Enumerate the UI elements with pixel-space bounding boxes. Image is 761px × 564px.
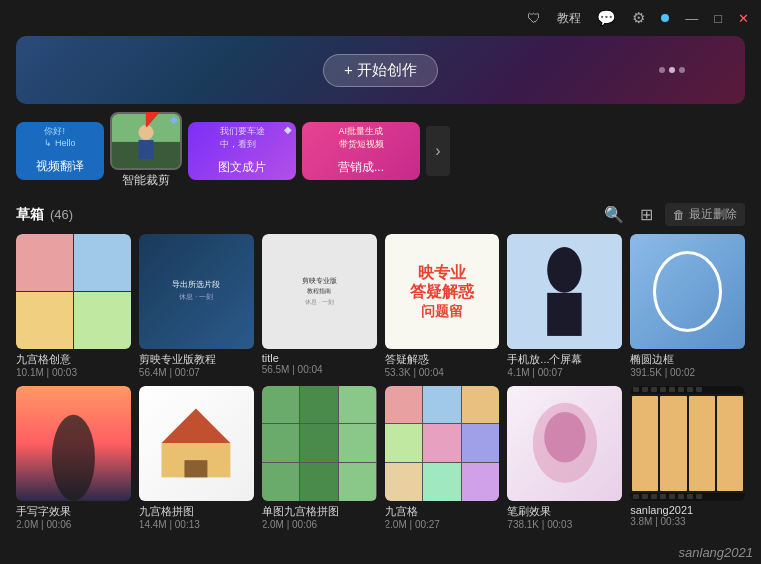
grid-item-item2[interactable]: 导出所选片段休息 · 一刻 剪映专业版教程 56.4M | 00:07 bbox=[139, 234, 254, 378]
grid-container: 九宫格创意 10.1M | 00:03 导出所选片段休息 · 一刻 剪映专业版教… bbox=[0, 234, 761, 530]
feature-scroll-right[interactable]: › bbox=[426, 126, 450, 176]
grid-item-item4[interactable]: 映专业答疑解惑问题留 答疑解惑 53.3K | 00:04 bbox=[385, 234, 500, 378]
svg-rect-4 bbox=[138, 140, 153, 159]
minimize-btn[interactable]: — bbox=[685, 11, 698, 26]
feature-marketing-label: 营销成... bbox=[338, 159, 384, 176]
create-button[interactable]: + 开始创作 bbox=[323, 54, 438, 87]
shield-icon: 🛡 bbox=[527, 10, 541, 26]
grid-meta-item6: 391.5K | 00:02 bbox=[630, 367, 745, 378]
svg-point-8 bbox=[548, 247, 582, 293]
grid-label-item11: 笔刷效果 bbox=[507, 504, 622, 519]
grid-meta-item4: 53.3K | 00:04 bbox=[385, 367, 500, 378]
grid-label-item12: sanlang2021 bbox=[630, 504, 745, 516]
search-button[interactable]: 🔍 bbox=[600, 203, 628, 226]
feature-video-translate-label: 视频翻译 bbox=[36, 158, 84, 175]
grid-label-item5: 手机放...个屏幕 bbox=[507, 352, 622, 367]
grid-item-item1[interactable]: 九宫格创意 10.1M | 00:03 bbox=[16, 234, 131, 378]
grid-meta-item7: 2.0M | 00:06 bbox=[16, 519, 131, 530]
dot-indicator bbox=[661, 14, 669, 22]
grid-label-item7: 手写字效果 bbox=[16, 504, 131, 519]
feature-sublabel: 你好!↳ Hello bbox=[44, 126, 75, 149]
grid-item-item3[interactable]: 剪映专业版教程指南休息 · 一刻 title 56.5M | 00:04 bbox=[262, 234, 377, 378]
grid-item-item6[interactable]: 椭圆边框 391.5K | 00:02 bbox=[630, 234, 745, 378]
svg-rect-14 bbox=[185, 460, 208, 477]
grid-item-item5[interactable]: 手机放...个屏幕 4.1M | 00:07 bbox=[507, 234, 622, 378]
grid-thumb-item10 bbox=[385, 386, 500, 501]
smart-crop-label: 智能裁剪 bbox=[110, 172, 182, 189]
banner-decorations bbox=[659, 67, 685, 73]
maximize-btn[interactable]: □ bbox=[714, 11, 722, 26]
section-title: 草箱 bbox=[16, 206, 44, 224]
grid-meta-item12: 3.8M | 00:33 bbox=[630, 516, 745, 527]
grid-meta-item2: 56.4M | 00:07 bbox=[139, 367, 254, 378]
grid-item-item10[interactable]: 九宫格 2.0M | 00:27 bbox=[385, 386, 500, 530]
feature-marketing[interactable]: AI批量生成带货短视频 营销成... bbox=[302, 122, 420, 180]
svg-rect-9 bbox=[548, 293, 582, 336]
smart-crop-diamond: ◆ bbox=[170, 114, 178, 125]
grid-label-item1: 九宫格创意 bbox=[16, 352, 131, 367]
section-header: 草箱 (46) 🔍 ⊞ 🗑 最近删除 bbox=[0, 199, 761, 234]
grid-item-item8[interactable]: 九宫格拼图 14.4M | 00:13 bbox=[139, 386, 254, 530]
grid-item-item7[interactable]: 手写字效果 2.0M | 00:06 bbox=[16, 386, 131, 530]
watermark: sanlang2021 bbox=[679, 545, 753, 560]
gear-icon[interactable]: ⚙ bbox=[632, 9, 645, 27]
grid-label-item10: 九宫格 bbox=[385, 504, 500, 519]
grid-label-item3: title bbox=[262, 352, 377, 364]
delete-label: 最近删除 bbox=[689, 206, 737, 223]
grid-thumb-item9 bbox=[262, 386, 377, 501]
grid-thumb-item5 bbox=[507, 234, 622, 349]
grid-thumb-item8 bbox=[139, 386, 254, 501]
grid-thumb-item6 bbox=[630, 234, 745, 349]
message-icon[interactable]: 💬 bbox=[597, 9, 616, 27]
smart-crop-wrapper: ◆ 智能裁剪 bbox=[110, 112, 182, 189]
grid-label-item8: 九宫格拼图 bbox=[139, 504, 254, 519]
section-actions: 🔍 ⊞ 🗑 最近删除 bbox=[600, 203, 745, 226]
grid-item-item11[interactable]: 笔刷效果 738.1K | 00:03 bbox=[507, 386, 622, 530]
section-title-area: 草箱 (46) bbox=[16, 206, 73, 224]
feature-video-translate[interactable]: 你好!↳ Hello 视频翻译 bbox=[16, 122, 104, 180]
image-text-diamond: ◆ bbox=[284, 124, 292, 135]
feature-image-text-label: 图文成片 bbox=[218, 159, 266, 176]
grid-thumb-item12 bbox=[630, 386, 745, 501]
grid-thumb-item3: 剪映专业版教程指南休息 · 一刻 bbox=[262, 234, 377, 349]
grid-thumb-item2: 导出所选片段休息 · 一刻 bbox=[139, 234, 254, 349]
svg-marker-13 bbox=[162, 409, 231, 443]
grid-meta-item10: 2.0M | 00:27 bbox=[385, 519, 500, 530]
grid-thumb-item11 bbox=[507, 386, 622, 501]
grid-label-item6: 椭圆边框 bbox=[630, 352, 745, 367]
feature-image-text-sublabel: 我们要车途中，看到 bbox=[220, 125, 265, 150]
svg-point-16 bbox=[544, 412, 585, 463]
feature-marketing-sublabel: AI批量生成带货短视频 bbox=[339, 125, 384, 150]
svg-point-11 bbox=[52, 415, 95, 501]
grid-view-button[interactable]: ⊞ bbox=[636, 203, 657, 226]
grid-item-item9[interactable]: 单图九宫格拼图 2.0M | 00:06 bbox=[262, 386, 377, 530]
trash-icon: 🗑 bbox=[673, 208, 685, 222]
grid-label-item4: 答疑解惑 bbox=[385, 352, 500, 367]
section-count: (46) bbox=[50, 207, 73, 222]
grid-meta-item11: 738.1K | 00:03 bbox=[507, 519, 622, 530]
title-bar-controls: 🛡 教程 💬 ⚙ — □ ✕ bbox=[527, 9, 749, 27]
grid-meta-item9: 2.0M | 00:06 bbox=[262, 519, 377, 530]
grid-meta-item1: 10.1M | 00:03 bbox=[16, 367, 131, 378]
grid-label-item2: 剪映专业版教程 bbox=[139, 352, 254, 367]
grid-meta-item3: 56.5M | 00:04 bbox=[262, 364, 377, 375]
recent-delete-button[interactable]: 🗑 最近删除 bbox=[665, 203, 745, 226]
close-btn[interactable]: ✕ bbox=[738, 11, 749, 26]
banner: + 开始创作 bbox=[16, 36, 745, 104]
feature-row: 你好!↳ Hello 视频翻译 ◆ 智能裁剪 bbox=[0, 112, 761, 189]
grid-item-item12[interactable]: sanlang2021 3.8M | 00:33 bbox=[630, 386, 745, 530]
grid-label-item9: 单图九宫格拼图 bbox=[262, 504, 377, 519]
svg-point-3 bbox=[138, 125, 153, 140]
grid-meta-item8: 14.4M | 00:13 bbox=[139, 519, 254, 530]
grid-meta-item5: 4.1M | 00:07 bbox=[507, 367, 622, 378]
grid-thumb-item4: 映专业答疑解惑问题留 bbox=[385, 234, 500, 349]
tutorial-label[interactable]: 教程 bbox=[557, 10, 581, 27]
grid-thumb-item7 bbox=[16, 386, 131, 501]
title-bar: 🛡 教程 💬 ⚙ — □ ✕ bbox=[0, 0, 761, 36]
feature-image-text[interactable]: 我们要车途中，看到 图文成片 ◆ bbox=[188, 122, 296, 180]
grid-thumb-item1 bbox=[16, 234, 131, 349]
